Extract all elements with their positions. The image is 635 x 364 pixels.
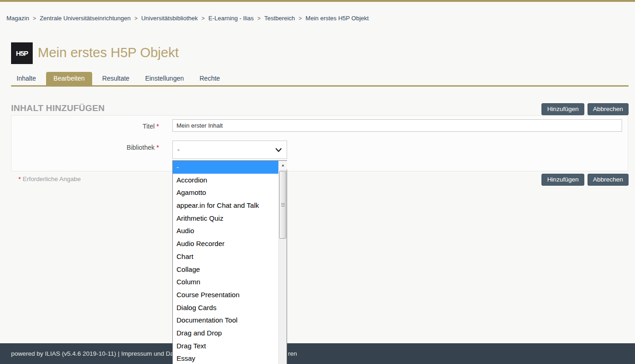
page-title: Mein erstes H5P Objekt: [38, 45, 179, 60]
title-label-text: Titel: [143, 123, 155, 130]
dropdown-option[interactable]: Dialog Cards: [173, 301, 287, 314]
library-label: Bibliothek*: [11, 144, 159, 151]
tab-bearbeiten[interactable]: Bearbeiten: [46, 72, 92, 85]
scrollbar-grip-icon: [281, 203, 285, 207]
tab-underline: [11, 85, 629, 87]
title-label: Titel*: [11, 123, 159, 130]
tabs: InhalteBearbeitenResultateEinstellungenR…: [11, 72, 230, 85]
breadcrumb-separator: >: [258, 15, 261, 22]
breadcrumb-separator: >: [33, 15, 36, 22]
breadcrumb-separator: >: [299, 15, 302, 22]
breadcrumb-item[interactable]: Zentrale Universitätseinrichtungen: [40, 15, 130, 22]
add-button[interactable]: Hinzufügen: [541, 174, 584, 186]
dropdown-option[interactable]: Column: [173, 276, 287, 288]
breadcrumb: Magazin>Zentrale Universitätseinrichtung…: [6, 15, 369, 22]
dropdown-option[interactable]: Chart: [173, 250, 287, 263]
scroll-up-arrow-icon[interactable]: ▲: [279, 161, 287, 170]
dropdown-option[interactable]: Drag Text: [173, 340, 287, 352]
dropdown-option[interactable]: Course Presentation: [173, 288, 287, 301]
dropdown-option[interactable]: Agamotto: [173, 186, 287, 199]
footer: powered by ILIAS (v5.4.6 2019-10-11) | I…: [0, 343, 635, 364]
section-heading: INHALT HINZUFÜGEN: [11, 103, 105, 113]
bottom-button-row: Hinzufügen Abbrechen: [541, 174, 629, 186]
required-note-text: Erforderliche Angabe: [23, 176, 81, 182]
library-select-value: -: [177, 146, 180, 153]
library-dropdown-list: -AccordionAgamottoappear.in for Chat and…: [172, 160, 287, 364]
required-asterisk: *: [157, 123, 159, 130]
cancel-button[interactable]: Abbrechen: [588, 174, 629, 186]
h5p-logo-text: H5P: [16, 49, 28, 57]
required-asterisk: *: [18, 176, 21, 182]
dropdown-option[interactable]: Essay: [173, 352, 287, 364]
dropdown-option[interactable]: -: [173, 161, 287, 174]
breadcrumb-item[interactable]: Universitätsbibliothek: [141, 15, 198, 22]
tab-einstellungen[interactable]: Einstellungen: [140, 72, 189, 85]
required-asterisk: *: [157, 144, 159, 151]
title-input[interactable]: [172, 119, 622, 132]
breadcrumb-item[interactable]: Testbereich: [265, 15, 295, 22]
breadcrumb-item[interactable]: E-Learning - Ilias: [208, 15, 253, 22]
h5p-logo: H5P: [11, 42, 33, 64]
top-button-row: Hinzufügen Abbrechen: [541, 103, 629, 115]
chevron-down-icon: [275, 148, 282, 152]
dropdown-scrollbar[interactable]: ▲: [278, 161, 287, 364]
breadcrumb-separator: >: [201, 15, 205, 22]
top-accent-bar: [0, 0, 635, 2]
breadcrumb-separator: >: [134, 15, 137, 22]
library-select[interactable]: -: [172, 141, 287, 159]
dropdown-option[interactable]: Documentation Tool: [173, 314, 287, 327]
footer-text: powered by ILIAS (v5.4.6 2019-10-11) | I…: [11, 350, 179, 357]
dropdown-option[interactable]: Arithmetic Quiz: [173, 212, 287, 225]
dropdown-option[interactable]: appear.in for Chat and Talk: [173, 199, 287, 212]
add-button[interactable]: Hinzufügen: [541, 103, 584, 115]
breadcrumb-item[interactable]: Magazin: [6, 15, 29, 22]
dropdown-option[interactable]: Collage: [173, 263, 287, 276]
tab-inhalte[interactable]: Inhalte: [11, 72, 41, 85]
cancel-button[interactable]: Abbrechen: [588, 103, 629, 115]
dropdown-option[interactable]: Accordion: [173, 174, 287, 187]
dropdown-option[interactable]: Drag and Drop: [173, 327, 287, 340]
dropdown-option[interactable]: Audio: [173, 224, 287, 237]
breadcrumb-item[interactable]: Mein erstes H5P Objekt: [306, 15, 369, 22]
required-note: *Erforderliche Angabe: [18, 176, 81, 182]
footer-text-fragment: ren: [288, 350, 297, 357]
library-label-text: Bibliothek: [127, 144, 155, 151]
tab-resultate[interactable]: Resultate: [97, 72, 135, 85]
dropdown-option[interactable]: Audio Recorder: [173, 237, 287, 250]
tab-rechte[interactable]: Rechte: [194, 72, 225, 85]
scrollbar-thumb[interactable]: [279, 171, 286, 239]
